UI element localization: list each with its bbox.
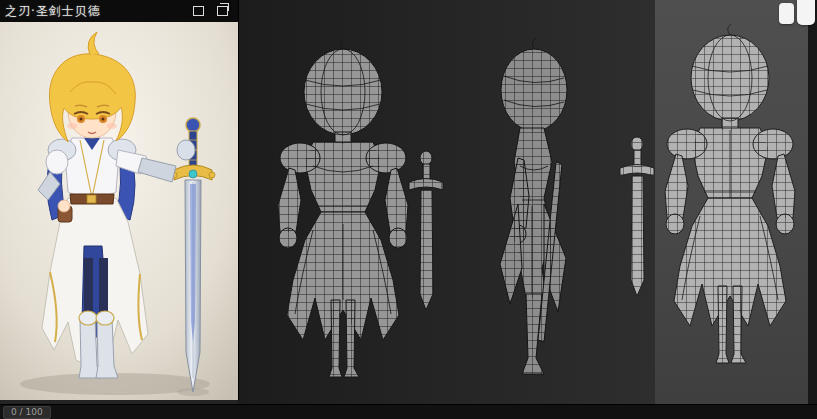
frame-counter[interactable]: 0 / 100 xyxy=(3,406,51,419)
status-bar: 0 / 100 xyxy=(0,404,817,419)
window-maximize-icon[interactable] xyxy=(217,6,228,16)
reference-illustration xyxy=(0,22,238,400)
window-restore-icon[interactable] xyxy=(193,6,204,16)
knight-wireframe-back[interactable] xyxy=(605,22,817,382)
reference-window-title: 之刃·圣剑士贝德 xyxy=(0,3,193,20)
reference-image-window[interactable]: 之刃·圣剑士贝德 xyxy=(0,0,239,400)
knight-wireframe-side[interactable] xyxy=(460,36,610,384)
overlay-white-shape xyxy=(797,0,815,25)
wireframe-mesh xyxy=(278,49,443,377)
knight-wireframe-front[interactable] xyxy=(243,38,448,383)
wireframe-mesh xyxy=(500,49,567,374)
overlay-white-shape xyxy=(779,3,794,24)
reference-window-titlebar[interactable]: 之刃·圣剑士贝德 xyxy=(0,0,238,22)
